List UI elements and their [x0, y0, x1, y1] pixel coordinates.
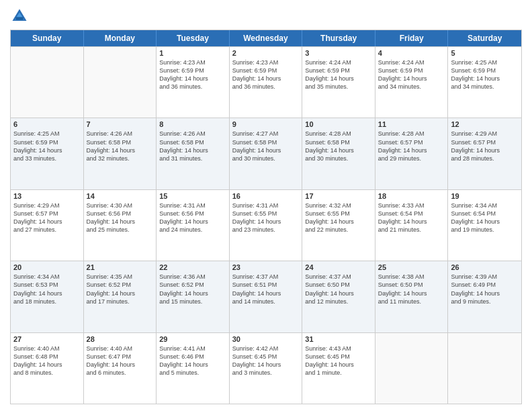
day-number-10: 10 — [305, 120, 372, 128]
weekday-header-friday: Friday — [375, 30, 449, 46]
cell-info-26: Sunrise: 4:39 AM Sunset: 6:49 PM Dayligh… — [451, 273, 519, 306]
day-cell-25: 25Sunrise: 4:38 AM Sunset: 6:50 PM Dayli… — [375, 261, 449, 332]
cell-info-15: Sunrise: 4:31 AM Sunset: 6:56 PM Dayligh… — [159, 201, 226, 234]
logo — [10, 7, 32, 26]
day-number-21: 21 — [87, 263, 154, 271]
cell-info-31: Sunrise: 4:43 AM Sunset: 6:45 PM Dayligh… — [305, 345, 372, 377]
cell-info-25: Sunrise: 4:38 AM Sunset: 6:50 PM Dayligh… — [378, 273, 445, 306]
day-number-18: 18 — [378, 192, 445, 200]
day-cell-21: 21Sunrise: 4:35 AM Sunset: 6:52 PM Dayli… — [84, 261, 157, 332]
day-cell-20: 20Sunrise: 4:34 AM Sunset: 6:53 PM Dayli… — [11, 261, 84, 332]
day-number-16: 16 — [232, 192, 300, 200]
cell-info-19: Sunrise: 4:34 AM Sunset: 6:54 PM Dayligh… — [451, 201, 519, 234]
day-cell-5: 5Sunrise: 4:25 AM Sunset: 6:59 PM Daylig… — [448, 47, 521, 118]
day-number-3: 3 — [305, 49, 372, 57]
cell-info-7: Sunrise: 4:26 AM Sunset: 6:58 PM Dayligh… — [87, 130, 154, 163]
day-number-9: 9 — [232, 120, 300, 128]
day-cell-31: 31Sunrise: 4:43 AM Sunset: 6:45 PM Dayli… — [302, 333, 375, 404]
cell-info-28: Sunrise: 4:40 AM Sunset: 6:47 PM Dayligh… — [87, 345, 154, 377]
day-cell-22: 22Sunrise: 4:36 AM Sunset: 6:52 PM Dayli… — [157, 261, 230, 332]
empty-cell-4-5 — [375, 333, 449, 404]
calendar-row-4: 27Sunrise: 4:40 AM Sunset: 6:48 PM Dayli… — [11, 332, 521, 404]
cell-info-4: Sunrise: 4:24 AM Sunset: 6:59 PM Dayligh… — [378, 58, 445, 91]
calendar-row-0: 1Sunrise: 4:23 AM Sunset: 6:59 PM Daylig… — [11, 46, 521, 118]
empty-cell-0-1 — [84, 47, 157, 118]
day-number-31: 31 — [305, 335, 372, 343]
day-number-30: 30 — [232, 335, 300, 343]
cell-info-10: Sunrise: 4:28 AM Sunset: 6:58 PM Dayligh… — [305, 130, 372, 163]
cell-info-16: Sunrise: 4:31 AM Sunset: 6:55 PM Dayligh… — [232, 201, 300, 234]
day-number-22: 22 — [159, 263, 226, 271]
cell-info-9: Sunrise: 4:27 AM Sunset: 6:58 PM Dayligh… — [232, 130, 300, 163]
calendar-body: 1Sunrise: 4:23 AM Sunset: 6:59 PM Daylig… — [11, 46, 521, 404]
day-cell-26: 26Sunrise: 4:39 AM Sunset: 6:49 PM Dayli… — [448, 261, 521, 332]
page: SundayMondayTuesdayWednesdayThursdayFrid… — [0, 0, 532, 411]
day-cell-23: 23Sunrise: 4:37 AM Sunset: 6:51 PM Dayli… — [230, 261, 303, 332]
day-cell-15: 15Sunrise: 4:31 AM Sunset: 6:56 PM Dayli… — [157, 190, 230, 261]
day-cell-14: 14Sunrise: 4:30 AM Sunset: 6:56 PM Dayli… — [84, 190, 157, 261]
cell-info-29: Sunrise: 4:41 AM Sunset: 6:46 PM Dayligh… — [159, 345, 226, 377]
cell-info-5: Sunrise: 4:25 AM Sunset: 6:59 PM Dayligh… — [451, 58, 519, 91]
day-cell-1: 1Sunrise: 4:23 AM Sunset: 6:59 PM Daylig… — [157, 47, 230, 118]
day-cell-30: 30Sunrise: 4:42 AM Sunset: 6:45 PM Dayli… — [230, 333, 303, 404]
day-cell-28: 28Sunrise: 4:40 AM Sunset: 6:47 PM Dayli… — [84, 333, 157, 404]
cell-info-11: Sunrise: 4:28 AM Sunset: 6:57 PM Dayligh… — [378, 130, 445, 163]
cell-info-13: Sunrise: 4:29 AM Sunset: 6:57 PM Dayligh… — [13, 201, 81, 234]
day-number-27: 27 — [13, 335, 81, 343]
day-cell-6: 6Sunrise: 4:25 AM Sunset: 6:59 PM Daylig… — [11, 118, 84, 189]
cell-info-3: Sunrise: 4:24 AM Sunset: 6:59 PM Dayligh… — [305, 58, 372, 91]
cell-info-21: Sunrise: 4:35 AM Sunset: 6:52 PM Dayligh… — [87, 273, 154, 306]
day-number-20: 20 — [13, 263, 81, 271]
day-cell-18: 18Sunrise: 4:33 AM Sunset: 6:54 PM Dayli… — [375, 190, 449, 261]
day-cell-9: 9Sunrise: 4:27 AM Sunset: 6:58 PM Daylig… — [230, 118, 303, 189]
day-number-17: 17 — [305, 192, 372, 200]
day-number-1: 1 — [159, 49, 226, 57]
day-cell-12: 12Sunrise: 4:29 AM Sunset: 6:57 PM Dayli… — [448, 118, 521, 189]
day-cell-16: 16Sunrise: 4:31 AM Sunset: 6:55 PM Dayli… — [230, 190, 303, 261]
day-cell-4: 4Sunrise: 4:24 AM Sunset: 6:59 PM Daylig… — [375, 47, 449, 118]
logo-icon — [10, 7, 29, 26]
calendar-header: SundayMondayTuesdayWednesdayThursdayFrid… — [11, 30, 521, 46]
day-cell-2: 2Sunrise: 4:23 AM Sunset: 6:59 PM Daylig… — [230, 47, 303, 118]
day-number-29: 29 — [159, 335, 226, 343]
weekday-header-monday: Monday — [84, 30, 157, 46]
weekday-header-wednesday: Wednesday — [230, 30, 303, 46]
cell-info-6: Sunrise: 4:25 AM Sunset: 6:59 PM Dayligh… — [13, 130, 81, 163]
day-cell-17: 17Sunrise: 4:32 AM Sunset: 6:55 PM Dayli… — [302, 190, 375, 261]
day-cell-24: 24Sunrise: 4:37 AM Sunset: 6:50 PM Dayli… — [302, 261, 375, 332]
day-number-4: 4 — [378, 49, 445, 57]
cell-info-30: Sunrise: 4:42 AM Sunset: 6:45 PM Dayligh… — [232, 345, 300, 377]
day-number-15: 15 — [159, 192, 226, 200]
svg-rect-2 — [15, 17, 23, 19]
day-number-12: 12 — [451, 120, 519, 128]
cell-info-27: Sunrise: 4:40 AM Sunset: 6:48 PM Dayligh… — [13, 345, 81, 377]
day-number-23: 23 — [232, 263, 300, 271]
weekday-header-saturday: Saturday — [448, 30, 521, 46]
day-cell-8: 8Sunrise: 4:26 AM Sunset: 6:58 PM Daylig… — [157, 118, 230, 189]
day-number-25: 25 — [378, 263, 445, 271]
day-number-5: 5 — [451, 49, 519, 57]
day-number-13: 13 — [13, 192, 81, 200]
day-cell-29: 29Sunrise: 4:41 AM Sunset: 6:46 PM Dayli… — [157, 333, 230, 404]
day-cell-7: 7Sunrise: 4:26 AM Sunset: 6:58 PM Daylig… — [84, 118, 157, 189]
day-cell-10: 10Sunrise: 4:28 AM Sunset: 6:58 PM Dayli… — [302, 118, 375, 189]
weekday-header-sunday: Sunday — [11, 30, 84, 46]
day-cell-3: 3Sunrise: 4:24 AM Sunset: 6:59 PM Daylig… — [302, 47, 375, 118]
calendar-row-3: 20Sunrise: 4:34 AM Sunset: 6:53 PM Dayli… — [11, 261, 521, 332]
day-cell-27: 27Sunrise: 4:40 AM Sunset: 6:48 PM Dayli… — [11, 333, 84, 404]
cell-info-17: Sunrise: 4:32 AM Sunset: 6:55 PM Dayligh… — [305, 201, 372, 234]
cell-info-2: Sunrise: 4:23 AM Sunset: 6:59 PM Dayligh… — [232, 58, 300, 91]
cell-info-12: Sunrise: 4:29 AM Sunset: 6:57 PM Dayligh… — [451, 130, 519, 163]
weekday-header-tuesday: Tuesday — [157, 30, 230, 46]
cell-info-24: Sunrise: 4:37 AM Sunset: 6:50 PM Dayligh… — [305, 273, 372, 306]
day-cell-11: 11Sunrise: 4:28 AM Sunset: 6:57 PM Dayli… — [375, 118, 449, 189]
day-number-8: 8 — [159, 120, 226, 128]
cell-info-20: Sunrise: 4:34 AM Sunset: 6:53 PM Dayligh… — [13, 273, 81, 306]
day-cell-19: 19Sunrise: 4:34 AM Sunset: 6:54 PM Dayli… — [448, 190, 521, 261]
day-number-24: 24 — [305, 263, 372, 271]
day-number-19: 19 — [451, 192, 519, 200]
day-number-11: 11 — [378, 120, 445, 128]
cell-info-1: Sunrise: 4:23 AM Sunset: 6:59 PM Dayligh… — [159, 58, 226, 91]
calendar: SundayMondayTuesdayWednesdayThursdayFrid… — [10, 30, 522, 404]
day-number-7: 7 — [87, 120, 154, 128]
